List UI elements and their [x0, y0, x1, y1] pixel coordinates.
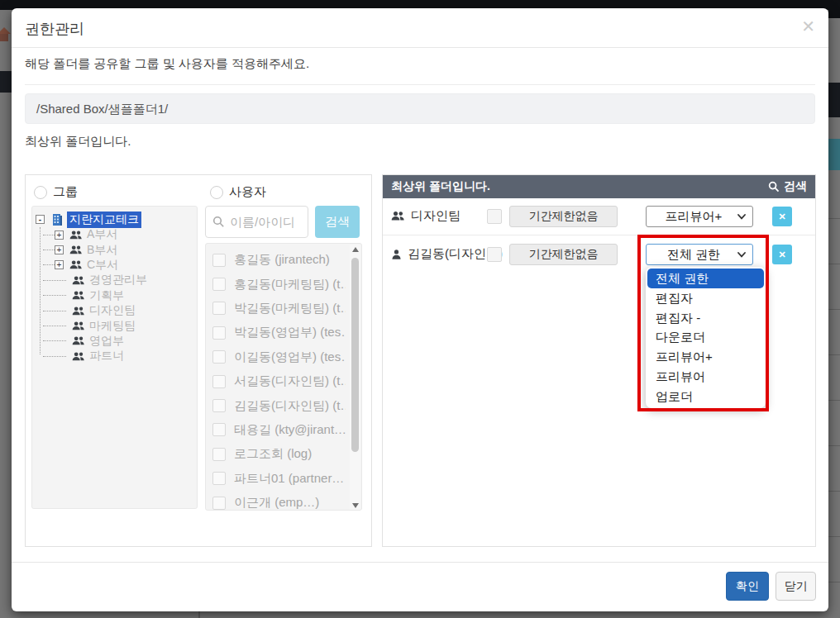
close-button[interactable]: 닫기: [776, 572, 816, 601]
search-input[interactable]: [230, 215, 303, 229]
checkbox[interactable]: [212, 326, 226, 340]
tree-branch-line: [43, 311, 66, 311]
tree-branch-line: [43, 295, 66, 296]
tree-node[interactable]: 마케팅팀: [36, 318, 197, 333]
dialog-title: 권한관리: [25, 19, 84, 39]
tree-node[interactable]: 파트너: [36, 349, 197, 364]
tree-branch-line: [43, 280, 66, 281]
list-item[interactable]: 홍길동 (jirantech): [212, 248, 361, 272]
scroll-down-icon[interactable]: [352, 503, 359, 508]
checkbox[interactable]: [212, 448, 226, 461]
list-item[interactable]: 박길동(마케팅팀) (t…: [212, 297, 361, 321]
group-icon: [69, 230, 83, 240]
dropdown-option[interactable]: 프리뷰어+: [646, 347, 766, 367]
person-icon: [391, 249, 402, 260]
scrollbar-thumb[interactable]: [351, 258, 359, 452]
checkbox[interactable]: [212, 497, 226, 510]
user-label: 홍길동(마케팅팀) (t…: [234, 277, 346, 292]
tree-node[interactable]: 경영관리부: [36, 273, 197, 288]
search-icon: [768, 181, 780, 193]
user-label: 박길동(마케팅팀) (t…: [234, 301, 346, 316]
tree-node[interactable]: 디자인팀: [36, 303, 197, 318]
dropdown-option[interactable]: 편집자: [646, 288, 766, 308]
row-name: 디자인팀: [391, 208, 461, 224]
user-radio[interactable]: 사용자: [210, 184, 266, 200]
page-table-rows-fragment: [828, 174, 840, 611]
folder-note: 최상위 폴더입니다.: [25, 134, 131, 150]
group-icon: [72, 321, 85, 331]
user-label: 서길동(디자인팀) (t…: [234, 373, 346, 389]
permission-dropdown: 전체 권한 편집자 편집자 - 다운로더 프리뷰어+ 프리뷰어 업로더: [646, 267, 766, 408]
tree-node[interactable]: A부서: [36, 227, 197, 242]
row-name-label: 디자인팀: [411, 208, 461, 224]
remove-button[interactable]: ✕: [772, 245, 792, 264]
search-button[interactable]: 검색: [315, 206, 360, 238]
dropdown-option[interactable]: 전체 권한: [647, 269, 764, 288]
radio-icon[interactable]: [210, 186, 223, 199]
screen: 권한관리 ✕ 해당 폴더를 공유할 그룹 및 사용자를 적용해주세요. /Sha…: [0, 0, 840, 618]
group-icon: [72, 306, 85, 316]
checkbox[interactable]: [212, 278, 226, 291]
permissions-search-label: 검색: [784, 179, 807, 194]
row-name: 김길동(디자인팀): [391, 246, 503, 262]
permission-select-value: 프리뷰어+: [666, 209, 723, 225]
dropdown-option[interactable]: 편집자 -: [646, 308, 766, 328]
dropdown-option[interactable]: 다운로더: [646, 327, 766, 347]
user-label: 이근개 (emp…): [234, 495, 319, 511]
permission-select-open[interactable]: 전체 권한: [646, 244, 753, 265]
remove-button[interactable]: ✕: [772, 207, 792, 226]
user-label: 로그조회 (log): [234, 446, 312, 462]
user-label: 김길동(디자인팀) (t…: [234, 398, 346, 414]
tree-root-node[interactable]: 지란지교테크: [36, 212, 197, 227]
checkbox[interactable]: [212, 423, 226, 436]
checkbox[interactable]: [212, 472, 226, 485]
group-radio-label: 그룹: [53, 184, 78, 200]
expand-icon[interactable]: [55, 245, 64, 254]
expand-icon[interactable]: [55, 260, 64, 269]
group-radio[interactable]: 그룹: [34, 184, 78, 200]
checkbox[interactable]: [487, 247, 502, 262]
checkbox[interactable]: [212, 302, 226, 315]
list-item[interactable]: 로그조회 (log): [212, 442, 361, 466]
collapse-icon[interactable]: [36, 215, 45, 224]
group-icon: [72, 335, 85, 346]
checkbox[interactable]: [212, 375, 226, 388]
checkbox[interactable]: [212, 350, 226, 364]
permission-select[interactable]: 프리뷰어+: [646, 206, 753, 227]
list-item[interactable]: 박길동(영업부) (tes…: [212, 321, 361, 345]
expand-icon[interactable]: [55, 231, 64, 240]
period-limit-button[interactable]: 기간제한없음: [509, 206, 618, 227]
org-tree: 지란지교테크: [31, 206, 198, 509]
close-icon[interactable]: ✕: [801, 15, 815, 38]
tree-node[interactable]: C부서: [36, 258, 197, 273]
tree-node[interactable]: 영업부: [36, 334, 197, 349]
radio-icon[interactable]: [34, 186, 47, 199]
tree-branch-line: [43, 250, 55, 250]
group-icon: [72, 290, 85, 301]
checkbox[interactable]: [487, 209, 502, 224]
page-fragment-right-top: [828, 0, 840, 18]
list-item[interactable]: 홍길동(마케팅팀) (t…: [212, 272, 361, 296]
list-item[interactable]: 서길동(디자인팀) (t…: [212, 369, 361, 393]
permissions-search-button[interactable]: 검색: [768, 179, 807, 194]
list-item[interactable]: 이근개 (emp…): [212, 491, 361, 511]
scrollbar[interactable]: [350, 245, 360, 511]
group-icon: [391, 211, 405, 221]
checkbox[interactable]: [212, 254, 226, 267]
list-item[interactable]: 김길동(디자인팀) (t…: [212, 393, 361, 417]
checkbox[interactable]: [212, 399, 226, 412]
tree-node[interactable]: 기획부: [36, 288, 197, 303]
dropdown-option[interactable]: 업로더: [646, 387, 766, 406]
confirm-button[interactable]: 확인: [726, 572, 769, 601]
scroll-up-icon[interactable]: [352, 247, 359, 252]
search-icon: [212, 216, 225, 228]
list-item[interactable]: 태용길 (kty@jirant…: [212, 418, 361, 442]
permissions-header-title: 최상위 폴더입니다.: [391, 179, 490, 194]
dropdown-option[interactable]: 프리뷰어: [646, 367, 766, 387]
tree-node[interactable]: B부서: [36, 242, 197, 257]
user-label: 태용길 (kty@jirant…: [234, 422, 346, 438]
list-item[interactable]: 이길동(영업부) (tes…: [212, 345, 361, 369]
period-limit-button[interactable]: 기간제한없음: [509, 244, 618, 265]
tree-node-label: A부서: [87, 227, 117, 242]
list-item[interactable]: 파트너01 (partner…: [212, 467, 361, 491]
